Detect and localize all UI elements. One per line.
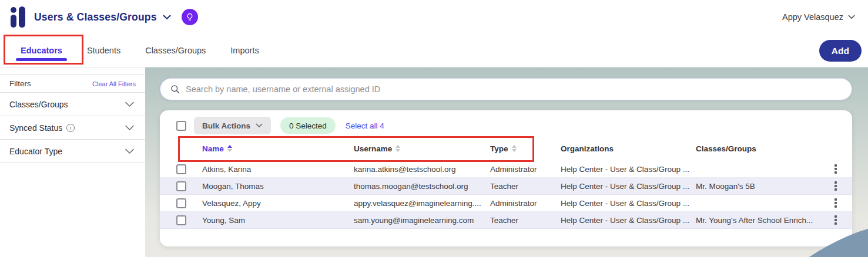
cell-organizations: Help Center - User & Class/Group ...	[561, 165, 696, 174]
row-checkbox[interactable]	[176, 198, 186, 208]
sort-arrows-icon	[512, 145, 517, 152]
tab-classes-groups[interactable]: Classes/Groups	[145, 34, 206, 67]
user-menu[interactable]: Appy Velasquez	[782, 12, 855, 22]
filter-section-label: Educator Type	[9, 147, 62, 156]
kebab-menu-icon[interactable]	[829, 196, 843, 210]
lightbulb-icon	[185, 12, 195, 22]
clear-all-filters-link[interactable]: Clear All Filters	[92, 80, 136, 87]
tab-label: Classes/Groups	[145, 46, 206, 55]
sort-arrows-icon	[396, 145, 400, 152]
column-header-name[interactable]: Name	[202, 144, 354, 153]
chevron-down-icon	[125, 125, 135, 131]
educators-table-card: Bulk Actions 0 Selected Select all 4 Nam…	[160, 110, 852, 246]
filters-title: Filters	[9, 79, 31, 88]
column-label: Username	[354, 144, 392, 153]
table-row: Moogan, Thomas thomas.moogan@testschool.…	[160, 178, 852, 195]
row-checkbox[interactable]	[176, 164, 186, 174]
sort-arrows-icon	[227, 145, 232, 152]
cell-type: Administrator	[490, 199, 561, 208]
active-tab-underline	[16, 58, 67, 61]
select-all-link[interactable]: Select all 4	[346, 121, 384, 130]
content: Filters Clear All Filters Classes/Groups…	[0, 67, 868, 257]
bulk-actions-label: Bulk Actions	[202, 121, 250, 130]
filter-section-label: Synced Status	[9, 123, 62, 133]
filters-header: Filters Clear All Filters	[0, 75, 145, 93]
kebab-menu-icon[interactable]	[829, 179, 843, 193]
filter-section-label: Classes/Groups	[9, 100, 68, 109]
cell-organizations: Help Center - User & Class/Group ...	[561, 182, 696, 191]
cell-username: appy.velasquez@imaginelearning....	[354, 199, 490, 208]
chevron-down-icon	[125, 148, 135, 154]
cell-name: Atkins, Karina	[202, 165, 354, 174]
cell-classes-groups: Mr. Young's After School Enrich...	[696, 216, 826, 225]
chevron-down-icon	[125, 102, 135, 107]
cell-type: Teacher	[490, 182, 561, 191]
row-checkbox[interactable]	[176, 215, 186, 225]
tab-bar: Educators Students Classes/Groups Import…	[0, 34, 868, 67]
cell-name: Velasquez, Appy	[202, 199, 354, 208]
cell-type: Teacher	[490, 216, 561, 225]
row-checkbox[interactable]	[176, 181, 186, 191]
info-icon[interactable]	[66, 124, 75, 132]
tab-educators[interactable]: Educators	[21, 34, 62, 67]
cell-organizations: Help Center - User & Class/Group ...	[561, 199, 696, 208]
cell-username: sam.young@imaginelearning.com	[354, 216, 490, 225]
chevron-down-icon	[848, 15, 855, 19]
selected-count-badge: 0 Selected	[280, 117, 336, 134]
table-row: Young, Sam sam.young@imaginelearning.com…	[160, 212, 852, 229]
user-name: Appy Velasquez	[782, 12, 843, 22]
tab-label: Imports	[230, 46, 259, 55]
top-bar: Users & Classes/Groups Appy Velasquez	[0, 0, 868, 34]
bulk-actions-button[interactable]: Bulk Actions	[194, 117, 271, 134]
cell-name: Young, Sam	[202, 216, 354, 225]
tab-label: Students	[87, 46, 120, 55]
table-row: Velasquez, Appy appy.velasquez@imaginele…	[160, 195, 852, 212]
filter-section-synced-status[interactable]: Synced Status	[0, 116, 145, 140]
table-row: Atkins, Karina karina.atkins@testschool.…	[160, 161, 852, 178]
filter-section-educator-type[interactable]: Educator Type	[0, 140, 145, 163]
column-header-type[interactable]: Type	[490, 144, 561, 153]
chevron-down-icon[interactable]	[163, 15, 171, 20]
add-button[interactable]: Add	[819, 40, 862, 62]
cell-username: thomas.moogan@testschool.org	[354, 182, 490, 191]
kebab-menu-icon[interactable]	[829, 162, 843, 176]
search-bar	[160, 78, 852, 100]
column-header-classes-groups[interactable]: Classes/Groups	[696, 144, 826, 153]
bulk-toolbar: Bulk Actions 0 Selected Select all 4	[160, 115, 852, 136]
table-header-row: Name Username Type Organizations	[160, 136, 852, 161]
search-input[interactable]	[186, 84, 842, 94]
select-all-checkbox[interactable]	[176, 121, 186, 131]
search-icon	[170, 84, 180, 94]
tab-students[interactable]: Students	[87, 34, 120, 67]
column-label: Organizations	[561, 144, 614, 153]
tab-imports[interactable]: Imports	[230, 34, 259, 67]
cell-type: Administrator	[490, 165, 561, 174]
imagine-learning-logo-icon	[11, 6, 26, 28]
cell-classes-groups: Mr. Moogan's 5B	[696, 182, 826, 191]
column-header-organizations[interactable]: Organizations	[561, 144, 696, 153]
tab-label: Educators	[21, 46, 62, 55]
main-panel: Bulk Actions 0 Selected Select all 4 Nam…	[145, 67, 868, 257]
kebab-menu-icon[interactable]	[829, 213, 843, 227]
column-label: Classes/Groups	[696, 144, 756, 153]
column-header-username[interactable]: Username	[354, 144, 490, 153]
page: Users & Classes/Groups Appy Velasquez Ed…	[0, 0, 868, 257]
column-label: Type	[490, 144, 508, 153]
cell-username: karina.atkins@testschool.org	[354, 165, 490, 174]
column-label: Name	[202, 144, 224, 153]
help-lightbulb-button[interactable]	[182, 9, 198, 25]
cell-name: Moogan, Thomas	[202, 182, 354, 191]
filter-section-classes-groups[interactable]: Classes/Groups	[0, 93, 145, 116]
chevron-down-icon	[256, 123, 263, 128]
filters-sidebar: Filters Clear All Filters Classes/Groups…	[0, 67, 145, 257]
cell-organizations: Help Center - User & Class/Group ...	[561, 216, 696, 225]
app-title[interactable]: Users & Classes/Groups	[34, 11, 157, 23]
